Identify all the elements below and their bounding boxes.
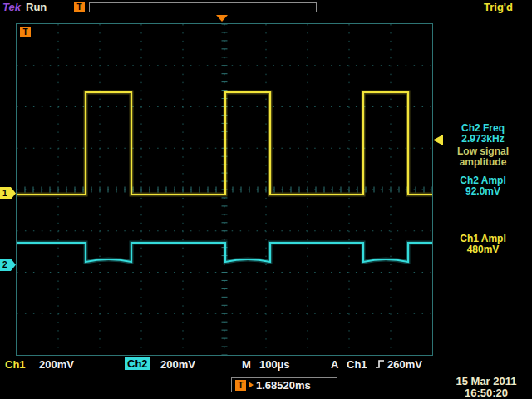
waveform-display [17, 24, 432, 355]
ch2-ampl-label: Ch2 Ampl [437, 175, 529, 186]
oscilloscope-screen: Tek Run T Trig'd T 1 2 Ch2 Freq 2.973kHz… [0, 0, 532, 399]
ch2-freq-value: 2.973kHz [437, 133, 529, 145]
ch1-ground-marker: 1 [0, 187, 16, 200]
trigger-time-flag: T [20, 27, 31, 37]
date-display: 15 Mar 2011 [443, 376, 530, 387]
rising-edge-icon [375, 358, 386, 370]
trigger-mode-label: A [331, 358, 338, 371]
ch1-scale-label: Ch1 [5, 358, 26, 371]
delay-value: 1.68520ms [256, 379, 311, 392]
warning-line1: Low signal [437, 145, 529, 157]
ch2-scale-value: 200mV [160, 358, 195, 371]
acquisition-status: Run [26, 1, 47, 13]
warning-line2: amplitude [437, 156, 529, 168]
ch2-freq-label: Ch2 Freq [437, 122, 529, 134]
delay-arrow-icon [249, 382, 254, 388]
delay-trigger-icon: T [235, 380, 246, 391]
timebase-label: M [242, 358, 251, 371]
trigger-marker-icon: T [74, 2, 85, 12]
ch2-ground-marker: 2 [0, 259, 16, 271]
ch1-ampl-label: Ch1 Ampl [437, 233, 529, 244]
trigger-position-arrow-icon [216, 15, 228, 22]
ch1-trace [17, 92, 432, 195]
ch2-scale-badge: Ch2 [125, 357, 150, 370]
tek-logo: Tek [2, 1, 21, 13]
time-display: 16:50:20 [443, 387, 530, 399]
horizontal-delay-readout: T 1.68520ms [231, 377, 337, 392]
trigger-status: Trig'd [484, 1, 513, 13]
timebase-value: 100µs [259, 358, 289, 371]
record-position-bar [89, 2, 317, 12]
ch1-ampl-value: 480mV [437, 244, 529, 255]
ch1-scale-value: 200mV [39, 358, 74, 371]
graticule: T [16, 23, 433, 356]
trigger-source: Ch1 [347, 358, 367, 371]
trigger-level-value: 260mV [387, 358, 422, 371]
ch2-ampl-value: 92.0mV [437, 185, 529, 197]
